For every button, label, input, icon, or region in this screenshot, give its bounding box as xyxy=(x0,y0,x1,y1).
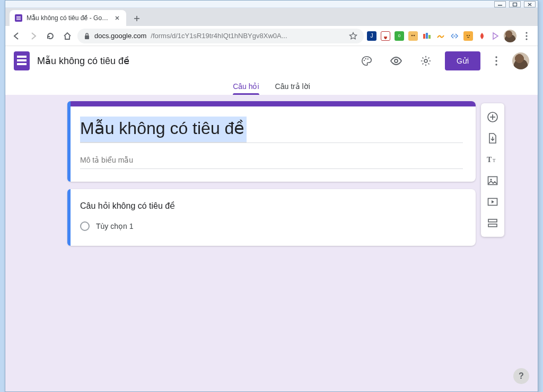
palette-icon xyxy=(361,55,372,67)
svg-rect-35 xyxy=(488,177,497,185)
gear-icon xyxy=(420,55,432,67)
video-icon xyxy=(487,198,498,206)
help-button[interactable]: ? xyxy=(513,368,529,384)
radio-icon xyxy=(80,221,90,231)
app-header: Mẫu không có tiêu đề Gửi xyxy=(5,46,538,76)
option-row[interactable]: Tùy chọn 1 xyxy=(80,221,463,231)
plus-icon xyxy=(133,15,141,22)
extension-icon[interactable] xyxy=(463,31,473,41)
svg-point-20 xyxy=(526,35,527,37)
svg-point-22 xyxy=(364,60,365,61)
active-indicator xyxy=(67,101,71,182)
new-tab-button[interactable] xyxy=(129,11,144,26)
svg-rect-16 xyxy=(428,35,431,39)
forms-favicon-icon xyxy=(15,14,22,22)
send-button[interactable]: Gửi xyxy=(445,51,480,70)
extension-icon[interactable] xyxy=(491,31,501,41)
forward-button[interactable] xyxy=(27,29,40,43)
svg-rect-1 xyxy=(513,3,517,6)
svg-rect-5 xyxy=(16,18,21,19)
svg-rect-39 xyxy=(488,224,497,227)
window-minimize-button[interactable] xyxy=(494,1,506,7)
form-name[interactable]: Mẫu không có tiêu đề xyxy=(37,55,129,67)
settings-button[interactable] xyxy=(415,50,436,72)
section-icon xyxy=(487,218,498,228)
extension-icon[interactable] xyxy=(422,31,432,41)
tab-close-button[interactable] xyxy=(113,14,121,22)
header-actions: Gửi xyxy=(356,50,529,72)
reload-button[interactable] xyxy=(43,29,57,43)
tab-responses[interactable]: Câu trả lời xyxy=(275,82,310,95)
window-close-button[interactable] xyxy=(524,1,536,7)
browser-tab-title: Mẫu không có tiêu đề - Google B xyxy=(27,14,109,22)
preview-button[interactable] xyxy=(386,50,407,72)
back-button[interactable] xyxy=(10,29,23,43)
svg-rect-6 xyxy=(16,19,21,20)
profile-avatar[interactable] xyxy=(504,30,516,42)
window-maximize-button[interactable] xyxy=(509,1,521,7)
browser-menu-button[interactable] xyxy=(520,29,533,43)
browser-tab[interactable]: Mẫu không có tiêu đề - Google B xyxy=(10,10,126,26)
eye-icon xyxy=(390,55,402,67)
svg-point-24 xyxy=(367,58,369,59)
image-icon xyxy=(487,176,498,185)
address-path: /forms/d/1cY1sR19tr4hIQt1hNBYgv8Xw0A... xyxy=(151,32,287,40)
form-canvas: Mẫu không có tiêu đề Câu hỏi không có ti… xyxy=(5,95,538,391)
floating-toolbar: TT xyxy=(481,103,504,237)
svg-text:T: T xyxy=(487,156,492,164)
option-label[interactable]: Tùy chọn 1 xyxy=(96,222,133,230)
add-question-button[interactable] xyxy=(481,106,504,128)
extension-icon[interactable] xyxy=(381,31,390,41)
svg-point-18 xyxy=(469,35,470,36)
import-file-icon xyxy=(487,132,498,144)
form-tabs: Câu hỏi Câu trả lời xyxy=(5,76,538,95)
svg-rect-15 xyxy=(426,33,428,39)
help-icon: ? xyxy=(519,371,524,381)
question-title[interactable]: Câu hỏi không có tiêu đề xyxy=(80,201,463,211)
active-indicator xyxy=(67,189,71,246)
svg-point-17 xyxy=(467,35,468,36)
forms-logo-icon[interactable] xyxy=(14,51,30,70)
extension-icon[interactable] xyxy=(450,31,459,41)
svg-point-28 xyxy=(495,60,497,61)
svg-point-29 xyxy=(495,64,497,65)
add-title-button[interactable]: TT xyxy=(481,149,504,170)
add-section-button[interactable] xyxy=(481,212,504,234)
svg-text:T: T xyxy=(493,158,496,163)
svg-rect-14 xyxy=(423,34,425,39)
form-title-input[interactable]: Mẫu không có tiêu đề xyxy=(80,117,247,142)
svg-point-23 xyxy=(365,58,366,59)
svg-point-25 xyxy=(395,59,398,63)
add-image-button[interactable] xyxy=(481,170,504,191)
customize-theme-button[interactable] xyxy=(356,50,377,72)
lock-icon xyxy=(84,32,90,40)
browser-window: Mẫu không có tiêu đề - Google B docs.goo… xyxy=(5,0,538,392)
question-card[interactable]: Câu hỏi không có tiêu đề Tùy chọn 1 xyxy=(67,189,476,246)
svg-point-13 xyxy=(414,34,415,36)
bookmark-star-button[interactable] xyxy=(349,32,357,40)
address-domain: docs.google.com xyxy=(94,32,146,40)
form-header-card[interactable]: Mẫu không có tiêu đề xyxy=(67,101,476,182)
extension-icon[interactable] xyxy=(477,31,487,41)
browser-tab-strip: Mẫu không có tiêu đề - Google B xyxy=(5,8,538,26)
forms-app: Mẫu không có tiêu đề Gửi Câu hỏi xyxy=(5,46,538,391)
svg-rect-38 xyxy=(488,219,497,222)
extension-icon[interactable] xyxy=(408,31,418,41)
address-bar[interactable]: docs.google.com/forms/d/1cY1sR19tr4hIQt1… xyxy=(77,29,364,43)
extension-icon[interactable] xyxy=(436,31,445,41)
accent-bar xyxy=(67,101,476,106)
more-options-button[interactable] xyxy=(489,50,504,72)
svg-point-19 xyxy=(526,32,527,33)
home-button[interactable] xyxy=(60,29,74,43)
plus-circle-icon xyxy=(487,111,498,123)
import-questions-button[interactable] xyxy=(481,128,504,149)
add-video-button[interactable] xyxy=(481,191,504,212)
extension-icon[interactable]: 0 xyxy=(395,31,404,41)
form-description-input[interactable] xyxy=(80,154,463,169)
svg-point-36 xyxy=(490,179,492,180)
account-avatar[interactable] xyxy=(512,52,529,69)
tab-questions[interactable]: Câu hỏi xyxy=(233,82,259,95)
window-controls xyxy=(494,1,536,7)
svg-rect-4 xyxy=(16,16,21,17)
extension-icon[interactable]: J xyxy=(367,31,376,41)
